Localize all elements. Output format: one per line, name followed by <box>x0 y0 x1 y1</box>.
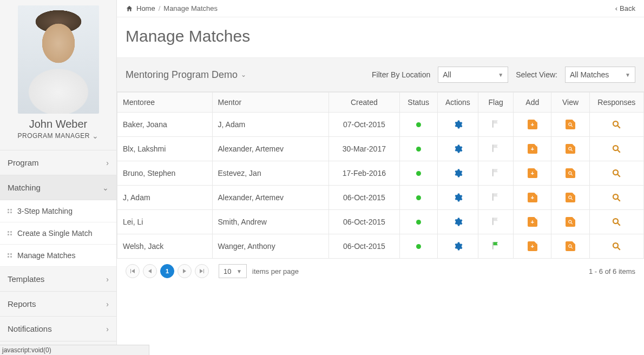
flag-icon[interactable] <box>490 142 502 154</box>
view-document-icon[interactable] <box>564 143 576 155</box>
cell-status <box>399 210 437 234</box>
add-document-icon[interactable] <box>527 167 538 179</box>
sidebar-subitem-3-step-matching[interactable]: 3-Step Matching <box>0 200 116 222</box>
add-document-icon[interactable] <box>527 143 538 155</box>
view-document-icon[interactable] <box>564 119 576 130</box>
matches-table: Mentoree Mentor Created Status Actions F… <box>117 92 644 259</box>
status-dot-icon <box>416 220 421 225</box>
col-actions[interactable]: Actions <box>437 93 478 113</box>
sidebar-subitem-manage-matches[interactable]: Manage Matches <box>0 245 116 267</box>
cell-status <box>399 137 437 161</box>
add-document-icon[interactable] <box>527 192 538 203</box>
profile: John Weber PROGRAM MANAGER ⌄ <box>0 0 116 150</box>
col-mentoree[interactable]: Mentoree <box>117 93 213 113</box>
col-status[interactable]: Status <box>399 93 437 113</box>
pager-next[interactable] <box>178 264 192 278</box>
program-select[interactable]: Mentoring Program Demo ⌄ <box>126 69 246 81</box>
profile-role-label: PROGRAM MANAGER <box>17 132 90 140</box>
view-document-icon[interactable] <box>564 192 576 203</box>
cell-mentoree: Blx, Lakshmi <box>117 137 213 161</box>
triangle-down-icon: ▼ <box>625 72 630 78</box>
cell-view <box>551 210 589 234</box>
chevron-right-icon: › <box>106 159 109 167</box>
responses-search-icon[interactable] <box>610 143 622 155</box>
drag-icon <box>8 231 12 235</box>
responses-search-icon-cell <box>589 186 643 210</box>
add-document-icon[interactable] <box>527 216 538 228</box>
toolbar: Mentoring Program Demo ⌄ Filter By Locat… <box>117 58 644 92</box>
sidebar-item-notifications[interactable]: Notifications› <box>0 317 116 341</box>
browser-status-hint: javascript:void(0) <box>0 345 149 355</box>
triangle-down-icon: ▼ <box>236 268 242 274</box>
sidebar-item-templates[interactable]: Templates› <box>0 267 116 292</box>
pager-page-current[interactable]: 1 <box>160 264 174 278</box>
cell-created: 06-Oct-2015 <box>329 210 399 234</box>
flag-icon[interactable] <box>490 215 502 227</box>
view-document-icon[interactable] <box>564 167 576 179</box>
sidebar-item-label: Templates <box>8 274 44 284</box>
svg-line-5 <box>618 174 621 177</box>
sidebar-item-program[interactable]: Program› <box>0 150 116 175</box>
svg-line-11 <box>618 247 621 250</box>
pager-prev[interactable] <box>143 264 157 278</box>
flag-icon[interactable] <box>490 118 502 130</box>
actions-gear-icon[interactable] <box>452 167 464 179</box>
page-size-select[interactable]: 10 ▼ <box>219 264 247 278</box>
profile-role-dropdown[interactable]: PROGRAM MANAGER ⌄ <box>17 132 98 140</box>
drag-icon <box>8 253 12 258</box>
pager-buttons: 1 <box>126 264 209 278</box>
view-document-icon[interactable] <box>564 216 576 228</box>
add-document-icon[interactable] <box>527 119 538 130</box>
pager-last[interactable] <box>195 264 209 278</box>
responses-search-icon[interactable] <box>610 167 622 179</box>
flag-icon[interactable] <box>490 191 502 203</box>
responses-search-icon[interactable] <box>610 119 622 130</box>
back-link[interactable]: ‹ Back <box>615 4 635 12</box>
actions-gear-icon[interactable] <box>452 216 464 228</box>
sidebar-item-reports[interactable]: Reports› <box>0 292 116 317</box>
col-view[interactable]: View <box>551 93 589 113</box>
table-row: J, AdamAlexander, Artemev06-Oct-2015 <box>117 186 644 210</box>
chevron-right-icon: › <box>106 325 109 333</box>
actions-gear-icon[interactable] <box>452 143 464 155</box>
responses-search-icon[interactable] <box>610 192 622 203</box>
flag-icon[interactable] <box>490 240 502 252</box>
cell-created: 06-Oct-2015 <box>329 234 399 259</box>
svg-point-2 <box>613 146 618 150</box>
breadcrumb-current: Manage Matches <box>163 4 218 12</box>
select-view-select[interactable]: All Matches ▼ <box>565 67 635 83</box>
view-document-icon[interactable] <box>564 240 576 252</box>
status-dot-icon <box>416 244 421 249</box>
cell-view <box>551 137 589 161</box>
cell-mentor: Alexander, Artemev <box>212 137 329 161</box>
flag-icon-cell <box>478 210 514 234</box>
table-row: Blx, LakshmiAlexander, Artemev30-Mar-201… <box>117 137 644 161</box>
sidebar-subitem-create-a-single-match[interactable]: Create a Single Match <box>0 222 116 245</box>
svg-line-1 <box>618 126 621 128</box>
cell-mentoree: Lei, Li <box>117 210 213 234</box>
table-header-row: Mentoree Mentor Created Status Actions F… <box>117 93 644 113</box>
sidebar-subitem-label: Manage Matches <box>17 251 75 260</box>
col-created[interactable]: Created <box>329 93 399 113</box>
flag-icon-cell <box>478 161 514 186</box>
breadcrumb-home[interactable]: Home <box>136 4 155 12</box>
responses-search-icon[interactable] <box>610 240 622 252</box>
filter-location-select[interactable]: All ▼ <box>438 67 508 83</box>
sidebar-item-matching[interactable]: Matching⌄ <box>0 175 116 200</box>
col-responses[interactable]: Responses <box>589 93 643 113</box>
responses-search-icon[interactable] <box>610 216 622 228</box>
cell-add <box>514 113 551 137</box>
add-document-icon[interactable] <box>527 240 538 252</box>
col-flag[interactable]: Flag <box>478 93 514 113</box>
chevron-down-icon: ⌄ <box>241 71 246 78</box>
col-add[interactable]: Add <box>514 93 551 113</box>
pager-first[interactable] <box>126 264 140 278</box>
actions-gear-icon[interactable] <box>452 240 464 252</box>
col-mentor[interactable]: Mentor <box>212 93 329 113</box>
flag-icon[interactable] <box>490 167 502 179</box>
cell-mentoree: Welsh, Jack <box>117 234 213 259</box>
actions-gear-icon[interactable] <box>452 192 464 203</box>
status-dot-icon <box>416 195 421 200</box>
cell-created: 06-Oct-2015 <box>329 186 399 210</box>
actions-gear-icon[interactable] <box>452 119 464 130</box>
